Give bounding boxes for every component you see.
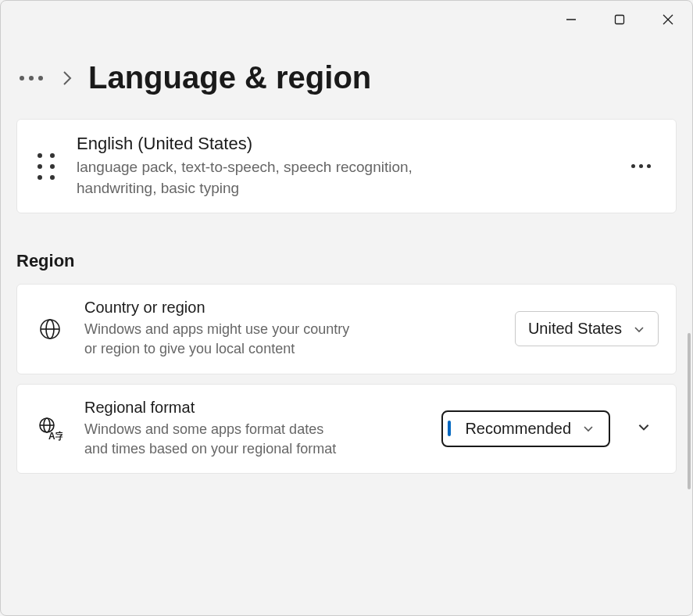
country-region-value: United States [528, 320, 622, 338]
expand-section-button[interactable] [629, 412, 659, 445]
region-section-heading: Region [16, 251, 677, 271]
language-features: language pack, text-to-speech, speech re… [77, 157, 483, 199]
content-area: English (United States) language pack, t… [1, 119, 692, 602]
country-region-setting: Country or region Windows and apps might… [16, 284, 677, 374]
globe-icon [34, 317, 66, 341]
window-titlebar [1, 1, 692, 38]
language-name: English (United States) [77, 134, 605, 154]
regional-format-value: Recommended [465, 420, 571, 438]
scrollbar[interactable] [688, 333, 691, 489]
maximize-button[interactable] [602, 4, 638, 35]
regional-format-title: Regional format [84, 399, 423, 417]
page-title: Language & region [88, 60, 371, 95]
svg-rect-1 [616, 16, 624, 24]
close-button[interactable] [650, 4, 686, 35]
regional-format-setting: A字 Regional format Windows and some apps… [16, 384, 677, 474]
language-info: English (United States) language pack, t… [77, 134, 605, 199]
country-region-desc: Windows and apps might use your country … [84, 320, 350, 359]
regional-format-desc: Windows and some apps format dates and t… [84, 420, 350, 459]
breadcrumb: Language & region [1, 38, 692, 119]
country-region-dropdown[interactable]: United States [515, 311, 659, 346]
chevron-right-icon [62, 70, 73, 87]
minimize-button[interactable] [553, 4, 589, 35]
language-item[interactable]: English (United States) language pack, t… [16, 119, 677, 213]
drag-handle-icon[interactable] [34, 150, 58, 183]
chevron-down-icon [582, 422, 595, 435]
globe-language-icon: A字 [34, 416, 66, 441]
breadcrumb-overflow-button[interactable] [16, 73, 46, 84]
country-region-title: Country or region [84, 299, 496, 317]
regional-format-dropdown[interactable]: Recommended [441, 410, 610, 447]
chevron-down-icon [633, 323, 645, 335]
language-more-button[interactable] [623, 156, 659, 176]
svg-text:A字: A字 [48, 431, 63, 441]
